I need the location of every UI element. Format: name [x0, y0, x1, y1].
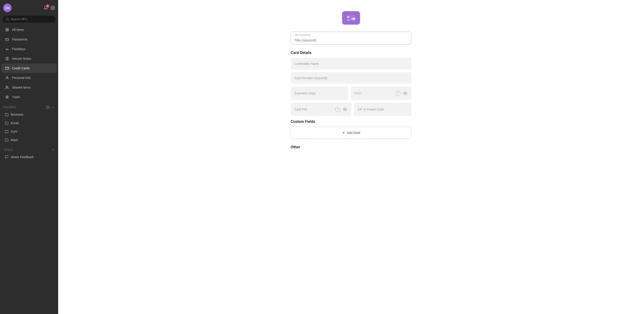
folder-icon — [5, 113, 8, 116]
grid-icon — [5, 28, 10, 32]
chat-icon — [5, 155, 8, 159]
sidebar-item-secure-notes[interactable]: Secure Notes — [1, 54, 57, 63]
svg-point-0 — [52, 8, 54, 8]
other-section-label: Other — [291, 145, 412, 149]
svg-point-11 — [6, 49, 7, 50]
folder-icon — [5, 130, 8, 133]
svg-line-2 — [8, 20, 9, 20]
folder-label: Email — [11, 121, 18, 125]
svg-rect-25 — [347, 20, 350, 20]
folder-label: Gym — [11, 130, 18, 133]
tools-label: Tools — [4, 148, 12, 151]
cardholder-name-input[interactable] — [294, 62, 408, 66]
card-number-input[interactable] — [294, 76, 408, 80]
main-content: Title (required) Card Details ? — [58, 0, 644, 314]
cvv-action-icons: ? — [395, 90, 408, 96]
folder-label: Business — [11, 113, 24, 116]
creditcard-icon — [5, 66, 10, 70]
svg-rect-4 — [8, 28, 8, 30]
feedback-label: Share Feedback — [11, 155, 34, 159]
folders-label: Folders — [4, 106, 16, 108]
pin-action-icons: ? — [335, 107, 348, 112]
credit-card-header-icon — [342, 11, 360, 24]
add-folder-icon[interactable] — [46, 105, 50, 109]
expiration-date-input[interactable] — [294, 92, 344, 95]
svg-rect-6 — [8, 30, 8, 31]
pin-help-icon[interactable]: ? — [335, 107, 340, 112]
svg-rect-22 — [347, 16, 349, 18]
sidebar-item-label: All Items — [12, 28, 24, 32]
cvv-field[interactable]: ? — [351, 86, 412, 100]
folder-email[interactable]: Email — [1, 119, 57, 127]
svg-point-16 — [6, 76, 8, 78]
svg-rect-14 — [6, 67, 9, 70]
shared-icon — [5, 85, 10, 90]
pin-zip-row: ? — [291, 103, 412, 116]
sidebar-item-label: Shared Items — [12, 86, 31, 89]
sidebar-item-label: Secure Notes — [12, 57, 31, 60]
title-field-wrapper: Title (required) — [291, 32, 412, 44]
tools-section: Tools Share Feedback — [0, 145, 58, 161]
card-pin-field[interactable]: ? — [291, 103, 351, 116]
sidebar-item-passkeys[interactable]: Passkeys — [1, 44, 57, 54]
search-bar[interactable]: Search (⌘F) — [3, 16, 56, 22]
sidebar-item-all-items[interactable]: All Items — [1, 25, 57, 34]
svg-rect-3 — [6, 28, 7, 30]
cardholder-name-field[interactable] — [291, 58, 412, 70]
zip-input[interactable] — [358, 108, 408, 111]
settings-button[interactable] — [50, 6, 55, 10]
nav-list: All Items Passwords Passkeys — [0, 25, 58, 102]
title-input[interactable] — [291, 32, 412, 44]
folder-icon — [5, 121, 8, 125]
search-label: Search (⌘F) — [11, 18, 27, 21]
folders-collapse-icon[interactable] — [52, 105, 54, 109]
card-number-field[interactable] — [291, 72, 412, 84]
sidebar-item-shared-items[interactable]: Shared Items — [1, 83, 57, 92]
tools-collapse-icon[interactable] — [52, 148, 54, 152]
custom-fields-section: Custom Fields Add Field — [291, 120, 412, 139]
folder-business[interactable]: Business — [1, 110, 57, 118]
sidebar-item-personal-info[interactable]: Personal Info — [1, 73, 57, 82]
plus-icon — [342, 131, 345, 134]
person-icon — [5, 76, 10, 80]
sidebar-item-passwords[interactable]: Passwords — [1, 35, 57, 44]
sidebar-item-label: Credit Cards — [12, 66, 30, 70]
header-icons: 4 — [44, 6, 55, 10]
custom-fields-label: Custom Fields — [291, 120, 412, 124]
card-details-label: Card Details — [291, 51, 412, 55]
sidebar-item-label: Personal Info — [12, 76, 31, 80]
expiration-date-field[interactable] — [291, 86, 348, 100]
sidebar-item-label: Passkeys — [12, 47, 26, 51]
add-field-button[interactable]: Add Field — [291, 127, 412, 139]
sidebar-item-label: Trash — [12, 95, 20, 99]
svg-point-17 — [6, 86, 7, 87]
pin-eye-icon[interactable] — [342, 107, 348, 112]
notifications-button[interactable]: 4 — [44, 6, 48, 10]
credit-card-form: Title (required) Card Details ? — [291, 32, 412, 149]
notification-badge: 4 — [46, 4, 50, 8]
svg-point-27 — [405, 93, 406, 94]
folders-header-icons — [46, 105, 54, 109]
add-field-label: Add Field — [347, 131, 360, 135]
cvv-eye-icon[interactable] — [402, 90, 408, 96]
tools-section-header: Tools — [0, 145, 58, 153]
folder-gym[interactable]: Gym — [1, 128, 57, 136]
sidebar-header: Da 4 — [0, 0, 58, 15]
note-icon — [5, 56, 10, 61]
svg-point-28 — [344, 109, 346, 110]
passkey-icon — [5, 47, 10, 51]
sidebar-item-credit-cards[interactable]: Credit Cards — [1, 64, 57, 73]
trash-icon — [5, 95, 10, 99]
cvv-input[interactable] — [354, 92, 394, 95]
zip-field[interactable] — [354, 103, 412, 116]
search-icon — [6, 18, 9, 21]
sidebar: Da 4 Search (⌘F) — [0, 0, 58, 314]
folder-work[interactable]: Work — [1, 136, 57, 144]
card-pin-input[interactable] — [294, 108, 334, 111]
sidebar-item-trash[interactable]: Trash — [1, 92, 57, 102]
avatar[interactable]: Da — [3, 4, 12, 12]
password-icon — [5, 37, 10, 42]
cvv-help-icon[interactable]: ? — [395, 90, 401, 96]
share-feedback-item[interactable]: Share Feedback — [1, 153, 57, 161]
folder-label: Work — [11, 138, 18, 142]
